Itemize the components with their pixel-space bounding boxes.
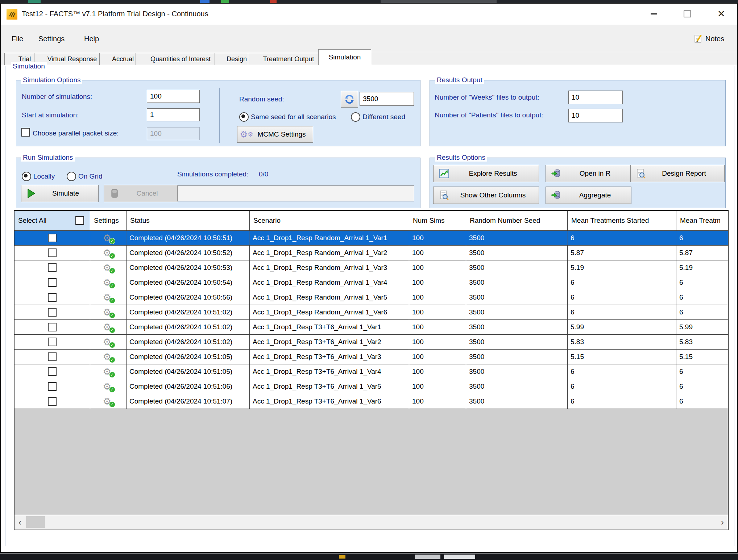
- row-scenario-cell[interactable]: Acc 1_Drop1_Resp Random_Arrival 1_Var6: [250, 305, 409, 319]
- close-button[interactable]: ✕: [711, 4, 731, 24]
- open-in-r-button[interactable]: Open in R: [546, 165, 631, 182]
- row-seed-cell[interactable]: 3500: [466, 350, 568, 364]
- row-mean-started-cell[interactable]: 5.87: [568, 246, 676, 260]
- table-row[interactable]: ⚙ ✓ Completed (04/26/2024 10:51:07) Acc …: [14, 394, 728, 409]
- row-seed-cell[interactable]: 3500: [466, 246, 568, 260]
- row-select-cell[interactable]: [14, 379, 90, 394]
- row-checkbox[interactable]: [48, 278, 57, 287]
- row-status-cell[interactable]: Completed (04/26/2024 10:50:56): [127, 290, 250, 305]
- row-seed-cell[interactable]: 3500: [466, 231, 568, 245]
- row-mean-started-cell[interactable]: 5.15: [568, 350, 676, 364]
- row-seed-cell[interactable]: 3500: [466, 260, 568, 275]
- row-checkbox[interactable]: [48, 367, 57, 376]
- row-mean-treatm-cell[interactable]: 5.19: [676, 260, 729, 275]
- table-row[interactable]: ⚙ ✓ Completed (04/26/2024 10:50:52) Acc …: [14, 246, 728, 260]
- row-num-sims-cell[interactable]: 100: [409, 350, 466, 364]
- explore-results-button[interactable]: Explore Results: [433, 165, 539, 182]
- menu-file[interactable]: File: [9, 33, 26, 45]
- scrollbar-thumb[interactable]: [26, 516, 45, 528]
- row-mean-treatm-cell[interactable]: 5.15: [676, 350, 729, 364]
- row-mean-treatm-cell[interactable]: 6: [676, 394, 729, 409]
- table-row[interactable]: ⚙ ✓ Completed (04/26/2024 10:50:54) Acc …: [14, 275, 728, 290]
- row-status-cell[interactable]: Completed (04/26/2024 10:51:06): [127, 379, 250, 394]
- scroll-right-button[interactable]: ›: [717, 515, 728, 530]
- row-mean-started-cell[interactable]: 5.83: [568, 335, 676, 349]
- row-status-cell[interactable]: Completed (04/26/2024 10:50:51): [127, 231, 250, 245]
- row-mean-started-cell[interactable]: 5.19: [568, 260, 676, 275]
- row-num-sims-cell[interactable]: 100: [409, 260, 466, 275]
- row-mean-treatm-cell[interactable]: 6: [676, 364, 729, 379]
- row-seed-cell[interactable]: 3500: [466, 275, 568, 290]
- row-settings-cell[interactable]: ⚙ ✓: [90, 260, 127, 275]
- select-all-checkbox[interactable]: [75, 216, 84, 225]
- settings-gear-icon[interactable]: ⚙ ✓: [103, 247, 114, 258]
- settings-gear-icon[interactable]: ⚙ ✓: [103, 381, 114, 392]
- row-checkbox[interactable]: [48, 338, 57, 346]
- settings-gear-icon[interactable]: ⚙ ✓: [103, 292, 114, 303]
- row-seed-cell[interactable]: 3500: [466, 364, 568, 379]
- row-checkbox[interactable]: [48, 263, 57, 272]
- row-scenario-cell[interactable]: Acc 1_Drop1_Resp Random_Arrival 1_Var3: [250, 260, 409, 275]
- row-mean-treatm-cell[interactable]: 5.83: [676, 335, 729, 349]
- table-row[interactable]: ⚙ ✓ Completed (04/26/2024 10:50:56) Acc …: [14, 290, 728, 305]
- row-num-sims-cell[interactable]: 100: [409, 320, 466, 334]
- row-select-cell[interactable]: [14, 231, 90, 245]
- row-select-cell[interactable]: [14, 394, 90, 409]
- table-row[interactable]: ⚙ ✓ Completed (04/26/2024 10:51:02) Acc …: [14, 305, 728, 320]
- locally-radio[interactable]: [22, 172, 31, 181]
- different-seed-radio[interactable]: [351, 112, 360, 122]
- header-scenario[interactable]: Scenario: [250, 211, 409, 230]
- row-mean-started-cell[interactable]: 6: [568, 305, 676, 319]
- row-mean-started-cell[interactable]: 6: [568, 364, 676, 379]
- row-settings-cell[interactable]: ⚙ ✓: [90, 335, 127, 349]
- table-row[interactable]: ⚙ ✓ Completed (04/26/2024 10:50:53) Acc …: [14, 260, 728, 275]
- row-select-cell[interactable]: [14, 275, 90, 290]
- mcmc-settings-button[interactable]: ⚙⚙ MCMC Settings: [237, 126, 313, 143]
- row-seed-cell[interactable]: 3500: [466, 379, 568, 394]
- row-mean-treatm-cell[interactable]: 6: [676, 305, 729, 319]
- settings-gear-icon[interactable]: ⚙ ✓: [103, 277, 114, 288]
- row-checkbox[interactable]: [48, 382, 57, 391]
- row-num-sims-cell[interactable]: 100: [409, 275, 466, 290]
- tab-quantities-of-interest[interactable]: Quantities of Interest: [136, 53, 225, 65]
- row-status-cell[interactable]: Completed (04/26/2024 10:50:53): [127, 260, 250, 275]
- row-status-cell[interactable]: Completed (04/26/2024 10:51:07): [127, 394, 250, 409]
- row-select-cell[interactable]: [14, 350, 90, 364]
- header-mean-treatm[interactable]: Mean Treatm: [676, 211, 729, 230]
- design-report-button[interactable]: Design Report: [630, 165, 725, 182]
- row-settings-cell[interactable]: ⚙ ✓: [90, 320, 127, 334]
- settings-gear-icon[interactable]: ⚙ ✓: [103, 307, 114, 318]
- row-status-cell[interactable]: Completed (04/26/2024 10:51:02): [127, 335, 250, 349]
- row-seed-cell[interactable]: 3500: [466, 290, 568, 305]
- horizontal-scrollbar[interactable]: ‹ ›: [14, 515, 728, 530]
- minimize-button[interactable]: [644, 4, 663, 24]
- row-mean-treatm-cell[interactable]: 6: [676, 379, 729, 394]
- row-select-cell[interactable]: [14, 335, 90, 349]
- on-grid-radio[interactable]: [67, 172, 76, 181]
- patients-files-input[interactable]: [568, 109, 623, 122]
- row-checkbox[interactable]: [48, 352, 57, 361]
- table-row[interactable]: ⚙ ✓ Completed (04/26/2024 10:50:51) Acc …: [14, 231, 728, 246]
- row-settings-cell[interactable]: ⚙ ✓: [90, 350, 127, 364]
- row-mean-treatm-cell[interactable]: 5.99: [676, 320, 729, 334]
- table-row[interactable]: ⚙ ✓ Completed (04/26/2024 10:51:02) Acc …: [14, 335, 728, 350]
- row-checkbox[interactable]: [48, 248, 57, 257]
- settings-gear-icon[interactable]: ⚙ ✓: [103, 322, 114, 333]
- row-checkbox[interactable]: [48, 308, 57, 317]
- row-mean-started-cell[interactable]: 6: [568, 290, 676, 305]
- row-num-sims-cell[interactable]: 100: [409, 394, 466, 409]
- row-status-cell[interactable]: Completed (04/26/2024 10:50:52): [127, 246, 250, 260]
- refresh-seed-button[interactable]: [341, 91, 358, 108]
- row-seed-cell[interactable]: 3500: [466, 335, 568, 349]
- tab-treatment-output[interactable]: Treatment Output: [248, 53, 329, 65]
- header-seed[interactable]: Random Number Seed: [466, 211, 568, 230]
- row-mean-started-cell[interactable]: 6: [568, 275, 676, 290]
- row-scenario-cell[interactable]: Acc 1_Drop1_Resp T3+T6_Arrival 1_Var2: [250, 335, 409, 349]
- row-settings-cell[interactable]: ⚙ ✓: [90, 379, 127, 394]
- row-mean-treatm-cell[interactable]: 6: [676, 275, 729, 290]
- row-checkbox[interactable]: [48, 323, 57, 331]
- row-status-cell[interactable]: Completed (04/26/2024 10:51:05): [127, 364, 250, 379]
- start-at-input[interactable]: [147, 108, 200, 121]
- row-num-sims-cell[interactable]: 100: [409, 364, 466, 379]
- maximize-button[interactable]: [678, 4, 697, 24]
